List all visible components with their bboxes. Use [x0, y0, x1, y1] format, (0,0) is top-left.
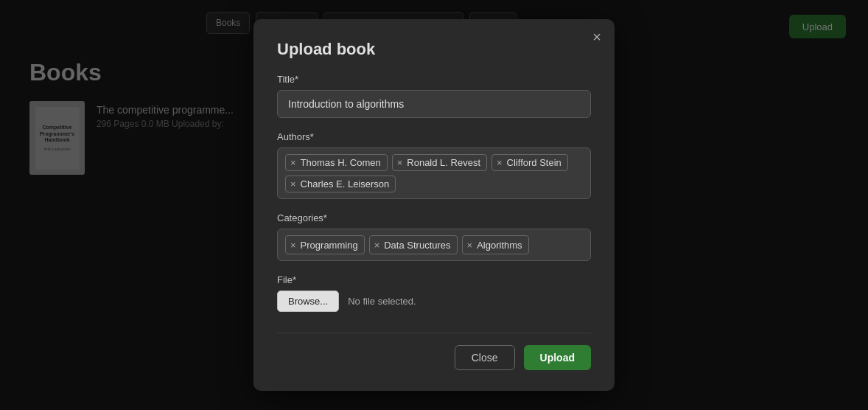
author-tag-label-2: Clifford Stein: [507, 157, 561, 168]
category-tag-label-1: Data Structures: [384, 240, 450, 251]
category-tag-2: × Algorithms: [462, 235, 529, 254]
title-input[interactable]: [277, 90, 591, 118]
categories-tags-container[interactable]: × Programming × Data Structures × Algori…: [277, 229, 591, 261]
authors-field: Authors* × Thomas H. Comen × Ronald L. R…: [277, 131, 591, 199]
authors-label: Authors*: [277, 131, 591, 142]
remove-category-0[interactable]: ×: [290, 240, 296, 250]
close-button[interactable]: Close: [455, 345, 515, 370]
remove-author-1[interactable]: ×: [397, 158, 403, 167]
category-tag-1: × Data Structures: [369, 235, 458, 254]
author-tag-label-1: Ronald L. Revest: [407, 157, 480, 168]
remove-category-2[interactable]: ×: [467, 240, 473, 250]
upload-modal: × Upload book Title* Authors* × Thomas H…: [253, 19, 615, 391]
category-tag-0: × Programming: [285, 235, 365, 254]
modal-overlay: × Upload book Title* Authors* × Thomas H…: [0, 0, 868, 410]
remove-author-3[interactable]: ×: [290, 179, 296, 189]
categories-label: Categories*: [277, 212, 591, 223]
remove-author-2[interactable]: ×: [497, 158, 503, 167]
file-row: Browse... No file selected.: [277, 291, 591, 312]
modal-footer: Close Upload: [277, 333, 591, 370]
no-file-text: No file selected.: [348, 296, 416, 307]
author-tag-2: × Clifford Stein: [491, 154, 568, 171]
categories-field: Categories* × Programming × Data Structu…: [277, 212, 591, 261]
browse-button[interactable]: Browse...: [277, 291, 339, 312]
modal-title: Upload book: [277, 40, 591, 59]
title-field: Title*: [277, 74, 591, 118]
author-tag-1: × Ronald L. Revest: [392, 154, 487, 171]
file-label: File*: [277, 274, 591, 285]
author-tag-0: × Thomas H. Comen: [285, 154, 388, 171]
title-label: Title*: [277, 74, 591, 85]
authors-tags-container[interactable]: × Thomas H. Comen × Ronald L. Revest × C…: [277, 147, 591, 199]
category-tag-label-0: Programming: [301, 240, 358, 251]
modal-close-button[interactable]: ×: [592, 29, 601, 44]
remove-category-1[interactable]: ×: [374, 240, 380, 250]
author-tag-label-3: Charles E. Leiserson: [301, 178, 390, 190]
author-tag-label-0: Thomas H. Comen: [301, 157, 381, 168]
category-tag-label-2: Algorithms: [477, 240, 522, 251]
author-tag-3: × Charles E. Leiserson: [285, 176, 396, 192]
upload-button[interactable]: Upload: [524, 345, 591, 370]
file-field: File* Browse... No file selected.: [277, 274, 591, 312]
remove-author-0[interactable]: ×: [290, 158, 296, 167]
